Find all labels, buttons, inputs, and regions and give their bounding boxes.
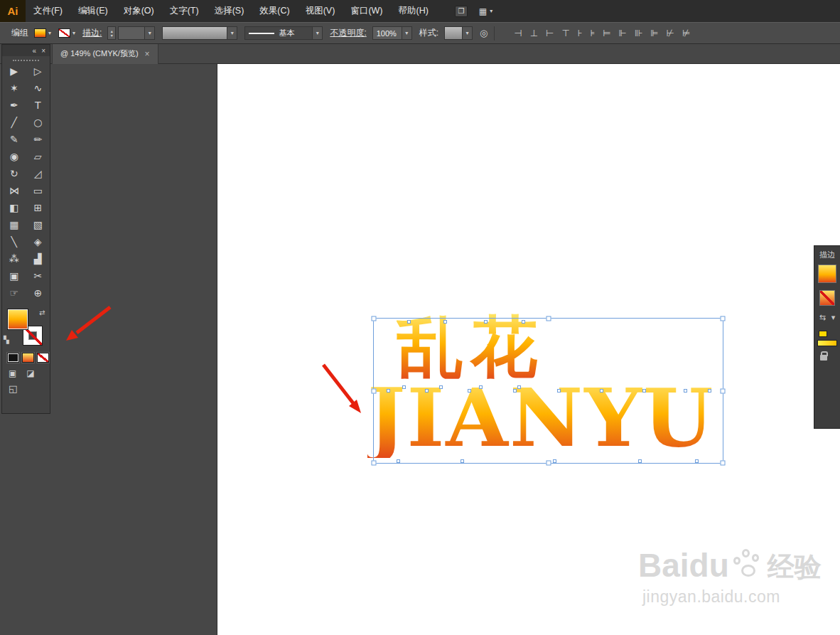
anchor-point[interactable]: [397, 459, 400, 463]
gradient-button[interactable]: [22, 353, 34, 363]
anchor-point[interactable]: [425, 389, 429, 393]
selection-handle[interactable]: [721, 316, 726, 321]
gradient-slider-bar[interactable]: [817, 340, 837, 346]
free-transform-tool[interactable]: ▭: [28, 183, 48, 198]
hand-tool[interactable]: ☞: [4, 285, 24, 301]
anchor-point[interactable]: [638, 459, 642, 463]
distribute-bottom-icon[interactable]: ⊪: [635, 28, 642, 38]
shape-builder-tool[interactable]: ◧: [4, 200, 24, 215]
menu-view[interactable]: 视图(V): [298, 0, 343, 22]
gradient-fill-swatch[interactable]: [818, 265, 836, 283]
menu-help[interactable]: 帮助(H): [391, 0, 436, 22]
scale-tool[interactable]: ◿: [28, 166, 48, 181]
anchor-point[interactable]: [684, 389, 687, 393]
artboard-tool[interactable]: ▣: [4, 268, 24, 284]
selection-handle[interactable]: [546, 316, 551, 321]
anchor-point[interactable]: [513, 389, 517, 393]
close-icon[interactable]: ×: [41, 47, 45, 55]
distribute-left-icon[interactable]: ⊫: [650, 28, 658, 38]
stroke-weight-select[interactable]: ▾: [118, 26, 155, 40]
reverse-gradient-icon[interactable]: ⇆: [819, 313, 826, 322]
lasso-tool[interactable]: ∿: [28, 80, 48, 96]
direct-selection-tool[interactable]: ▷: [28, 63, 48, 79]
menu-file[interactable]: 文件(F): [26, 0, 70, 22]
selection-handle[interactable]: [721, 461, 726, 466]
stroke-panel-tab[interactable]: 描边: [819, 250, 835, 260]
anchor-point[interactable]: [522, 320, 525, 324]
lock-icon[interactable]: [820, 355, 827, 361]
anchor-point[interactable]: [387, 389, 390, 393]
pencil-tool[interactable]: ✏: [28, 132, 48, 147]
opacity-link[interactable]: 不透明度:: [330, 27, 366, 39]
rotate-tool[interactable]: ↻: [4, 166, 24, 181]
anchor-point[interactable]: [600, 389, 603, 393]
fill-indicator[interactable]: [7, 309, 28, 330]
anchor-point[interactable]: [695, 459, 699, 463]
selection-tool[interactable]: ▶: [4, 63, 24, 79]
swap-fill-stroke-icon[interactable]: ⇄: [39, 309, 45, 316]
align-horizontal-right-icon[interactable]: ⊢: [546, 28, 554, 38]
anchor-point[interactable]: [468, 389, 471, 393]
opacity-select[interactable]: 100% ▾: [372, 26, 412, 40]
align-vertical-middle-icon[interactable]: ⊦: [578, 28, 583, 38]
variable-width-profile-select[interactable]: 基本 ▾: [244, 26, 323, 40]
anchor-point[interactable]: [439, 385, 443, 389]
align-vertical-top-icon[interactable]: ⊤: [561, 28, 569, 38]
selection-handle[interactable]: [546, 461, 551, 466]
anchor-point[interactable]: [461, 459, 464, 463]
default-fill-stroke-icon[interactable]: ▚: [4, 336, 9, 343]
stroke-color-dropdown[interactable]: ▾: [58, 28, 75, 38]
width-tool[interactable]: ⋈: [4, 183, 24, 198]
stroke-weight-stepper[interactable]: ▴ ▾: [107, 26, 116, 40]
menu-edit[interactable]: 编辑(E): [70, 0, 116, 22]
menu-select[interactable]: 选择(S): [207, 0, 252, 22]
anchor-point[interactable]: [642, 389, 646, 393]
selection-handle[interactable]: [372, 388, 377, 393]
magic-wand-tool[interactable]: ✶: [4, 80, 24, 96]
draw-normal-icon[interactable]: ▣: [9, 368, 16, 378]
close-icon[interactable]: ×: [145, 49, 150, 59]
paintbrush-tool[interactable]: ✎: [4, 132, 24, 147]
draw-behind-icon[interactable]: ◪: [26, 368, 34, 378]
distribute-top-icon[interactable]: ⊨: [603, 28, 610, 38]
anchor-point[interactable]: [484, 320, 488, 324]
screen-mode-icon[interactable]: ◱: [9, 383, 17, 394]
distribute-right-icon[interactable]: ⊭: [682, 28, 690, 38]
menu-type[interactable]: 文字(T): [162, 0, 207, 22]
selection-bounding-box[interactable]: [373, 318, 723, 464]
ellipse-tool[interactable]: ○: [28, 114, 48, 130]
workspace-switcher[interactable]: ▦ ▾: [479, 6, 492, 16]
align-vertical-bottom-icon[interactable]: ⊧: [591, 28, 596, 38]
none-button[interactable]: [37, 353, 49, 363]
stroke-panel-link[interactable]: 描边:: [82, 27, 102, 39]
bridge-icon[interactable]: ❐: [455, 6, 468, 17]
gradient-stroke-swatch[interactable]: [819, 290, 835, 306]
eraser-tool[interactable]: ▱: [28, 149, 48, 164]
document-setup-icon[interactable]: ◎: [480, 28, 488, 38]
type-tool[interactable]: T: [28, 97, 48, 113]
column-graph-tool[interactable]: ▟: [28, 251, 48, 267]
anchor-point[interactable]: [402, 385, 406, 389]
anchor-point[interactable]: [557, 389, 561, 393]
align-horizontal-center-icon[interactable]: ⊥: [530, 28, 538, 38]
stepper-down-icon[interactable]: ▾: [111, 33, 113, 38]
symbol-sprayer-tool[interactable]: ⁂: [4, 251, 24, 267]
anchor-point[interactable]: [553, 459, 556, 463]
align-horizontal-left-icon[interactable]: ⊣: [514, 28, 522, 38]
selection-handle[interactable]: [372, 461, 377, 466]
menu-window[interactable]: 窗口(W): [343, 0, 390, 22]
zoom-tool[interactable]: ⊕: [28, 285, 48, 301]
eyedropper-tool[interactable]: ╲: [4, 234, 24, 250]
chevron-down-icon[interactable]: ▾: [831, 313, 836, 322]
document-tab[interactable]: @ 149% (CMYK/预览) ×: [52, 44, 158, 64]
graphic-style-select[interactable]: ▾: [444, 26, 473, 40]
gradient-tool[interactable]: ▧: [28, 217, 48, 233]
line-segment-tool[interactable]: ╱: [4, 114, 24, 130]
anchor-point[interactable]: [479, 385, 483, 389]
selection-handle[interactable]: [372, 316, 377, 321]
anchor-point[interactable]: [443, 320, 447, 324]
mesh-tool[interactable]: ▦: [4, 217, 24, 233]
fill-color-dropdown[interactable]: ▾: [34, 28, 51, 38]
color-button[interactable]: [7, 353, 19, 363]
collapse-panel-icon[interactable]: «: [33, 47, 37, 55]
